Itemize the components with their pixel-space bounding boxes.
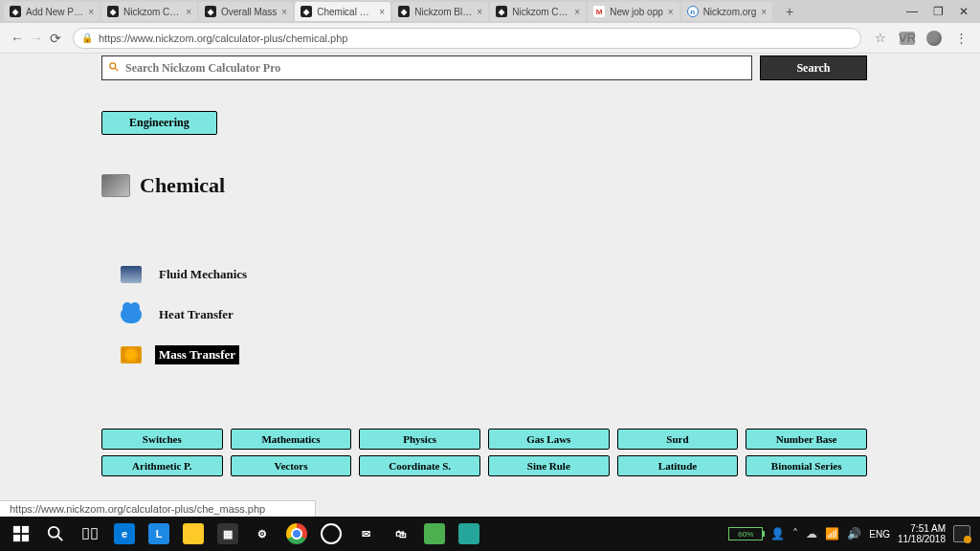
footer-surd[interactable]: Surd xyxy=(617,429,739,450)
battery-indicator[interactable]: 60% xyxy=(728,527,763,540)
lock-icon: 🔒 xyxy=(81,33,93,43)
volume-icon[interactable]: 🔊 xyxy=(847,527,861,540)
clock[interactable]: 7:51 AM 11/18/2018 xyxy=(898,523,946,544)
taskbar: e L ▦ ⚙ ✉ 🛍 60% 👤 ˄ ☁ 📶 🔊 ENG 7:51 AM 11… xyxy=(0,517,980,551)
svg-rect-3 xyxy=(22,526,29,533)
footer-sine-rule[interactable]: Sine Rule xyxy=(488,455,610,476)
svg-point-0 xyxy=(110,63,116,69)
maximize-icon[interactable]: ❐ xyxy=(933,5,944,18)
close-icon[interactable]: × xyxy=(668,7,674,17)
close-icon[interactable]: × xyxy=(477,7,482,17)
minimize-icon[interactable]: — xyxy=(906,5,918,18)
extension-icon[interactable]: VR xyxy=(900,32,915,45)
footer-binomial-series[interactable]: Binomial Series xyxy=(746,455,867,476)
svg-rect-2 xyxy=(13,526,20,533)
tab-0[interactable]: ◆Add New Post× xyxy=(4,2,100,21)
engineering-breadcrumb[interactable]: Engineering xyxy=(101,111,217,135)
mail-app[interactable]: ✉ xyxy=(348,517,383,551)
close-icon[interactable]: × xyxy=(761,7,767,17)
svg-rect-5 xyxy=(22,535,29,541)
close-icon[interactable]: × xyxy=(281,7,287,17)
close-window-icon[interactable]: ✕ xyxy=(959,5,969,18)
settings-app[interactable]: ⚙ xyxy=(245,517,279,551)
app-green[interactable] xyxy=(417,517,452,551)
footer-arithmetic-p[interactable]: Arithmetic P. xyxy=(101,455,223,476)
tab-4[interactable]: ◆Nickzom Blog× xyxy=(392,2,488,21)
footer-physics[interactable]: Physics xyxy=(359,429,480,450)
profile-avatar[interactable] xyxy=(926,31,942,46)
app-l[interactable]: L xyxy=(142,517,176,551)
edge-app[interactable]: e xyxy=(107,517,142,551)
chrome-app[interactable] xyxy=(279,517,314,551)
fluid-icon xyxy=(121,266,142,283)
topic-label: Heat Transfer xyxy=(155,305,237,324)
status-bar: https://www.nickzom.org/calculator-plus/… xyxy=(0,500,316,517)
search-box xyxy=(101,55,752,80)
page-content: Search Engineering Chemical Fluid Mechan… xyxy=(0,54,980,517)
task-view-icon[interactable] xyxy=(73,517,107,551)
onedrive-icon[interactable]: ☁ xyxy=(806,527,817,540)
footer-number-base[interactable]: Number Base xyxy=(746,429,867,450)
topic-heat-transfer[interactable]: Heat Transfer xyxy=(121,305,867,324)
cortana-app[interactable] xyxy=(314,517,348,551)
svg-point-6 xyxy=(49,527,59,538)
wifi-icon[interactable]: 📶 xyxy=(825,527,839,540)
cloud-icon xyxy=(121,306,142,323)
footer-mathematics[interactable]: Mathematics xyxy=(231,429,352,450)
page-title: Chemical xyxy=(140,173,225,198)
menu-icon[interactable]: ⋮ xyxy=(953,31,969,45)
people-icon[interactable]: 👤 xyxy=(770,527,785,540)
back-button[interactable]: ← xyxy=(8,31,27,46)
svg-line-7 xyxy=(58,537,62,541)
tab-3[interactable]: ◆Chemical Eng× xyxy=(295,2,390,21)
footer-vectors[interactable]: Vectors xyxy=(231,455,352,476)
search-taskbar-icon[interactable] xyxy=(38,517,73,551)
close-icon[interactable]: × xyxy=(574,7,580,17)
svg-rect-9 xyxy=(92,529,97,540)
start-button[interactable] xyxy=(4,517,38,551)
footer-switches[interactable]: Switches xyxy=(101,429,223,450)
topic-mass-transfer[interactable]: Mass Transfer xyxy=(121,345,867,364)
footer-gas-laws[interactable]: Gas Laws xyxy=(488,429,610,450)
file-explorer-app[interactable] xyxy=(176,517,211,551)
close-icon[interactable]: × xyxy=(186,7,191,17)
close-icon[interactable]: × xyxy=(379,7,385,17)
url-text: https://www.nickzom.org/calculator-plus/… xyxy=(99,33,347,44)
url-field[interactable]: 🔒 https://www.nickzom.org/calculator-plu… xyxy=(73,28,861,49)
tab-1[interactable]: ◆Nickzom Calc× xyxy=(101,2,197,21)
svg-rect-8 xyxy=(83,529,88,540)
svg-rect-4 xyxy=(13,535,20,541)
chevron-up-icon[interactable]: ˄ xyxy=(792,527,798,540)
search-button[interactable]: Search xyxy=(760,55,867,80)
topic-label: Mass Transfer xyxy=(155,345,239,364)
close-icon[interactable]: × xyxy=(88,7,94,17)
tab-2[interactable]: ◆Overall Mass× xyxy=(199,2,293,21)
topic-label: Fluid Mechanics xyxy=(155,265,251,284)
new-tab-button[interactable]: + xyxy=(780,4,799,19)
notifications-icon[interactable] xyxy=(953,525,970,542)
footer-coordinate-s[interactable]: Coordinate S. xyxy=(359,455,480,476)
star-icon[interactable]: ☆ xyxy=(873,31,888,45)
tab-7[interactable]: nNickzom.org× xyxy=(681,2,772,21)
search-icon xyxy=(108,59,120,77)
address-bar: ← → ⟳ 🔒 https://www.nickzom.org/calculat… xyxy=(0,23,980,54)
search-input[interactable] xyxy=(125,61,746,76)
tab-5[interactable]: ◆Nickzom Calc× xyxy=(490,2,586,21)
tab-6[interactable]: MNew job opp× xyxy=(588,2,679,21)
store-app[interactable]: 🛍 xyxy=(383,517,417,551)
language-indicator[interactable]: ENG xyxy=(869,529,890,540)
mass-icon xyxy=(121,346,142,364)
app-teal[interactable] xyxy=(452,517,486,551)
footer-latitude[interactable]: Latitude xyxy=(617,455,739,476)
svg-line-1 xyxy=(115,68,118,71)
browser-tab-strip: ◆Add New Post× ◆Nickzom Calc× ◆Overall M… xyxy=(0,0,980,23)
topic-fluid-mechanics[interactable]: Fluid Mechanics xyxy=(121,265,867,284)
forward-button[interactable]: → xyxy=(27,31,46,46)
reload-button[interactable]: ⟳ xyxy=(46,31,65,46)
calculator-app[interactable]: ▦ xyxy=(211,517,245,551)
chemical-icon xyxy=(101,174,130,197)
footer-links: Switches Mathematics Physics Gas Laws Su… xyxy=(101,429,867,476)
